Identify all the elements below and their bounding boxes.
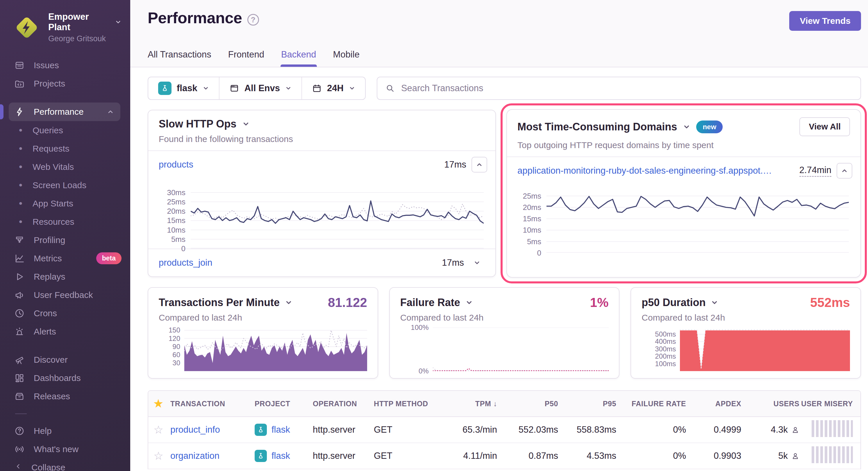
- sidebar-item-crons[interactable]: Crons: [0, 304, 130, 322]
- sidebar-item-queries[interactable]: •Queries: [0, 121, 130, 139]
- view-all-button[interactable]: View All: [799, 117, 850, 136]
- project-filter[interactable]: flask: [148, 77, 219, 99]
- star-filled-icon[interactable]: ★: [154, 398, 163, 410]
- user-misery-score-bar[interactable]: [812, 446, 853, 463]
- tab-backend[interactable]: Backend: [281, 49, 316, 67]
- col-operation[interactable]: OPERATION: [311, 400, 372, 408]
- sidebar-item-user-feedback[interactable]: User Feedback: [0, 286, 130, 304]
- sidebar-item-requests[interactable]: •Requests: [0, 139, 130, 158]
- issues-icon: [14, 60, 25, 71]
- page-filter-bar: flask All Envs 24H: [148, 77, 366, 100]
- user-icon: [791, 426, 799, 434]
- bullet-icon: •: [16, 125, 25, 136]
- transaction-link[interactable]: product_info: [168, 425, 253, 435]
- sidebar-item-help[interactable]: Help: [0, 422, 130, 440]
- p95-cell: 558.83ms: [575, 425, 616, 435]
- help-tooltip-icon[interactable]: ?: [247, 14, 259, 26]
- tab-frontend[interactable]: Frontend: [228, 49, 264, 67]
- col-project[interactable]: PROJECT: [253, 400, 311, 408]
- sidebar-collapse-button[interactable]: Collapse: [0, 458, 130, 471]
- collapse-row-button[interactable]: [837, 163, 852, 178]
- sidebar-item-label: Crons: [34, 308, 57, 318]
- org-switcher[interactable]: Empower Plant George Gritsouk: [0, 0, 130, 43]
- sidebar-item-app-starts[interactable]: •App Starts: [0, 194, 130, 212]
- widget-title: Transactions Per Minute: [159, 297, 280, 309]
- sidebar-item-metrics[interactable]: Metrics beta: [0, 249, 130, 267]
- transaction-link[interactable]: organization: [168, 451, 253, 461]
- collapse-row-button[interactable]: [471, 157, 487, 172]
- chevron-down-icon[interactable]: [711, 299, 718, 306]
- search-input[interactable]: [401, 83, 852, 94]
- main-area: Performance ? View Trends All Transactio…: [130, 0, 868, 471]
- time-spent-value[interactable]: 2.74min: [799, 165, 831, 177]
- search-transactions: [377, 77, 861, 100]
- col-apdex[interactable]: APDEX: [714, 400, 741, 408]
- environment-filter[interactable]: All Envs: [219, 77, 302, 99]
- content: flask All Envs 24H: [130, 67, 868, 471]
- col-users[interactable]: USERS: [772, 400, 799, 408]
- sidebar-item-replays[interactable]: Replays: [0, 267, 130, 286]
- chevron-down-icon[interactable]: [465, 299, 473, 306]
- metrics-icon: [14, 253, 25, 264]
- sidebar-item-alerts[interactable]: Alerts: [0, 322, 130, 341]
- project-cell[interactable]: flask: [253, 424, 311, 436]
- tab-mobile[interactable]: Mobile: [333, 49, 360, 67]
- sidebar-item-performance[interactable]: Performance: [9, 102, 120, 121]
- sidebar-item-profiling[interactable]: Profiling: [0, 231, 130, 249]
- sidebar-item-screen-loads[interactable]: •Screen Loads: [0, 176, 130, 194]
- chart-plot-area[interactable]: [680, 328, 850, 371]
- sidebar-item-dashboards[interactable]: Dashboards: [0, 369, 130, 387]
- chevron-down-icon[interactable]: [683, 123, 690, 131]
- sidebar-item-projects[interactable]: Projects: [0, 74, 130, 93]
- sidebar-item-issues[interactable]: Issues: [0, 56, 130, 74]
- col-transaction[interactable]: TRANSACTION: [168, 400, 253, 408]
- axis-label: 120: [168, 335, 180, 343]
- tab-all-transactions[interactable]: All Transactions: [148, 49, 211, 67]
- sidebar-item-discover[interactable]: Discover: [0, 350, 130, 369]
- sidebar: Empower Plant George Gritsouk Issues Pro…: [0, 0, 130, 471]
- axis-label: 30ms: [167, 188, 185, 197]
- chevron-down-icon: [285, 85, 291, 92]
- sidebar-nav: Issues Projects Performance •Queries: [0, 56, 130, 458]
- axis-label: 25ms: [523, 191, 541, 200]
- col-p50[interactable]: P50: [543, 400, 558, 408]
- date-range-filter[interactable]: 24H: [302, 77, 365, 99]
- axis-label: 500ms: [655, 330, 676, 338]
- col-failure-rate[interactable]: FAILURE RATE: [630, 400, 686, 408]
- table-row-organization: ☆ organization flask http.server GET 4.1…: [148, 443, 861, 469]
- expand-row-button[interactable]: [469, 255, 485, 271]
- axis-label: 150: [168, 326, 180, 334]
- tpm-cell: 4.11/min: [461, 451, 497, 461]
- col-p95[interactable]: P95: [601, 400, 616, 408]
- sidebar-item-web-vitals[interactable]: •Web Vitals: [0, 158, 130, 176]
- sidebar-item-releases[interactable]: Releases: [0, 387, 130, 405]
- col-tpm-sorted[interactable]: TPM ↓: [473, 400, 497, 408]
- star-outline-icon[interactable]: ☆: [154, 449, 163, 462]
- view-trends-button[interactable]: View Trends: [789, 11, 861, 31]
- profiling-icon: [14, 235, 25, 246]
- chevron-down-icon[interactable]: [285, 299, 292, 306]
- help-icon: [14, 426, 25, 436]
- col-http-method[interactable]: HTTP METHOD: [372, 400, 445, 408]
- transaction-link[interactable]: products_join: [159, 258, 212, 268]
- sidebar-item-resources[interactable]: •Resources: [0, 212, 130, 231]
- chart-plot-area[interactable]: [184, 328, 367, 371]
- user-misery-score-bar[interactable]: [812, 420, 853, 437]
- transaction-link[interactable]: products: [159, 160, 193, 170]
- sidebar-item-whats-new[interactable]: What's new: [0, 440, 130, 458]
- slow-http-chart: 30ms25ms20ms15ms10ms5ms0: [148, 189, 484, 248]
- widget-title: p50 Duration: [642, 297, 706, 309]
- environment-filter-label: All Envs: [245, 83, 280, 94]
- chart-plot-area[interactable]: [547, 191, 849, 253]
- sidebar-item-label: App Starts: [33, 199, 73, 208]
- chart-plot-area[interactable]: [433, 328, 609, 371]
- sidebar-item-label: Projects: [34, 79, 65, 89]
- project-cell[interactable]: flask: [253, 450, 311, 462]
- duration-value: 17ms: [442, 258, 464, 268]
- star-outline-icon[interactable]: ☆: [154, 424, 163, 436]
- chart-plot-area[interactable]: [191, 189, 484, 248]
- col-user-misery[interactable]: USER MISERY: [799, 400, 861, 408]
- domain-link[interactable]: application-monitoring-ruby-dot-sales-en…: [518, 166, 773, 176]
- chevron-down-icon[interactable]: [242, 120, 250, 128]
- metric-value: 81.122: [328, 295, 367, 310]
